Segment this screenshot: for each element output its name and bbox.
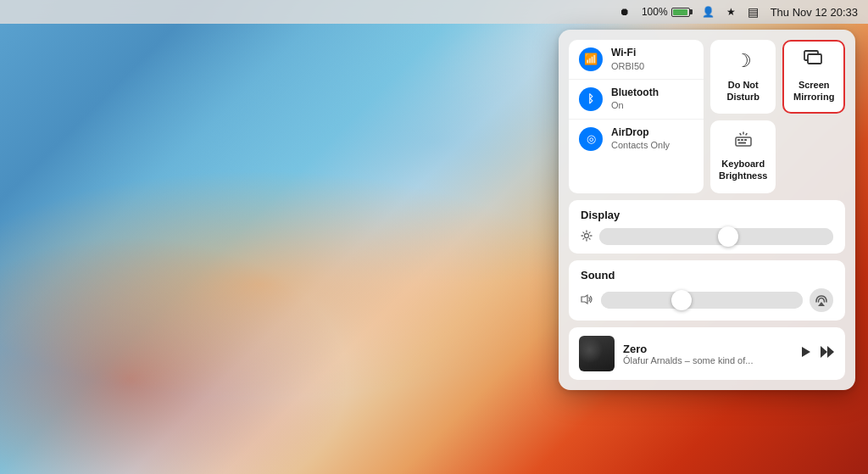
svg-marker-21 [802,347,810,357]
svg-line-18 [583,238,584,239]
wifi-icon-bg: 📶 [579,47,603,71]
svg-rect-8 [744,139,747,141]
cc-right-tiles: ☽ Do Not Disturb [710,40,845,193]
control-center-icon: ▤ [748,5,759,19]
keyboard-brightness-tile[interactable]: Keyboard Brightness [710,120,776,194]
track-info: Zero Ólafur Arnalds – some kind of... [623,343,789,365]
datetime-label: Thu Nov 12 20:33 [771,6,858,19]
sound-label: Sound [581,269,833,282]
do-not-disturb-label: Do Not Disturb [726,79,760,103]
bluetooth-text: Bluetooth On [611,86,659,112]
moon-icon: ☽ [735,50,752,72]
wifi-item[interactable]: 📶 Wi-Fi ORBI50 [569,40,704,80]
airdrop-status: Contacts Only [611,139,670,151]
svg-marker-23 [827,346,834,358]
do-not-disturb-content: ☽ Do Not Disturb [719,48,767,105]
user-icon: 👤 [702,6,715,18]
bluetooth-icon-bg: ᛒ [579,87,603,111]
cc-network-panel: 📶 Wi-Fi ORBI50 ᛒ Bluetooth On [569,40,704,193]
keyboard-brightness-icon [734,131,753,151]
menubar: ⏺ 100% 👤 ★ ▤ Thu Nov 12 20:33 [0,0,868,24]
svg-rect-1 [808,54,821,64]
sound-slider-row [581,288,833,312]
play-button[interactable] [798,344,813,364]
now-playing-section: Zero Ólafur Arnalds – some kind of... [569,327,845,380]
airdrop-icon-bg: ◎ [579,127,603,151]
battery-menubar-item[interactable]: 100% [642,6,690,18]
svg-line-4 [740,134,741,136]
display-section: Display [569,200,845,254]
track-name: Zero [623,343,789,355]
bluetooth-name: Bluetooth [611,86,659,100]
screen-mirroring-icon [804,50,824,72]
svg-rect-5 [736,137,751,146]
control-center-menubar-item[interactable]: ▤ [748,5,759,19]
bluetooth-status: On [611,99,659,111]
wifi-text: Wi-Fi ORBI50 [611,47,644,72]
sound-section: Sound [569,260,845,321]
airdrop-text: AirDrop Contacts Only [611,126,670,152]
keyboard-brightness-labels: Keyboard Brightness [719,158,767,182]
svg-point-10 [585,233,589,237]
airdrop-item[interactable]: ◎ AirDrop Contacts Only [569,120,704,159]
control-center-panel: 📶 Wi-Fi ORBI50 ᛒ Bluetooth On [559,30,855,390]
airdrop-name: AirDrop [611,126,670,140]
keyboard-brightness-content: Keyboard Brightness [719,129,767,186]
datetime-menubar-item: Thu Nov 12 20:33 [771,6,858,19]
airplay-button[interactable] [810,288,833,312]
wifi-icon: 📶 [584,53,598,65]
wifi-status: ORBI50 [611,60,644,72]
star-icon: ★ [726,6,736,18]
album-art-image [579,336,615,371]
bluetooth-icon: ᛒ [587,92,594,105]
svg-rect-9 [738,142,746,144]
album-art [579,336,615,371]
svg-line-15 [583,232,584,233]
airdrop-icon: ◎ [587,132,596,145]
battery-percent-label: 100% [642,6,668,18]
svg-rect-7 [741,139,743,141]
cc-top-grid: 📶 Wi-Fi ORBI50 ᛒ Bluetooth On [569,40,845,193]
display-label: Display [581,209,833,221]
svg-rect-6 [737,139,740,141]
star-menubar-item[interactable]: ★ [726,6,736,18]
screen-mirroring-labels: Screen Mirroring [793,79,834,103]
volume-icon [581,293,594,308]
svg-marker-22 [821,346,827,358]
svg-line-16 [589,238,590,239]
battery-icon [671,8,690,17]
brightness-low-icon [581,230,593,244]
bluetooth-item[interactable]: ᛒ Bluetooth On [569,80,704,120]
screen-record-icon: ⏺ [620,6,630,18]
wifi-name: Wi-Fi [611,47,644,60]
track-artist: Ólafur Arnalds – some kind of... [623,355,789,365]
svg-line-17 [589,232,590,233]
display-slider-thumb [718,226,738,247]
skip-forward-button[interactable] [820,345,835,362]
user-menubar-item[interactable]: 👤 [702,6,715,18]
sound-slider-thumb [671,290,692,310]
do-not-disturb-tile[interactable]: ☽ Do Not Disturb [710,40,776,114]
svg-marker-19 [581,295,587,304]
display-slider[interactable] [599,228,833,245]
svg-marker-20 [818,302,825,306]
screen-record-menubar-item[interactable]: ⏺ [620,6,630,18]
screen-mirroring-tile[interactable]: Screen Mirroring [782,40,845,114]
playback-controls [798,344,835,364]
sound-slider[interactable] [601,292,803,309]
display-slider-row [581,228,833,245]
screen-mirroring-content: Screen Mirroring [793,50,835,103]
svg-line-3 [746,134,747,136]
